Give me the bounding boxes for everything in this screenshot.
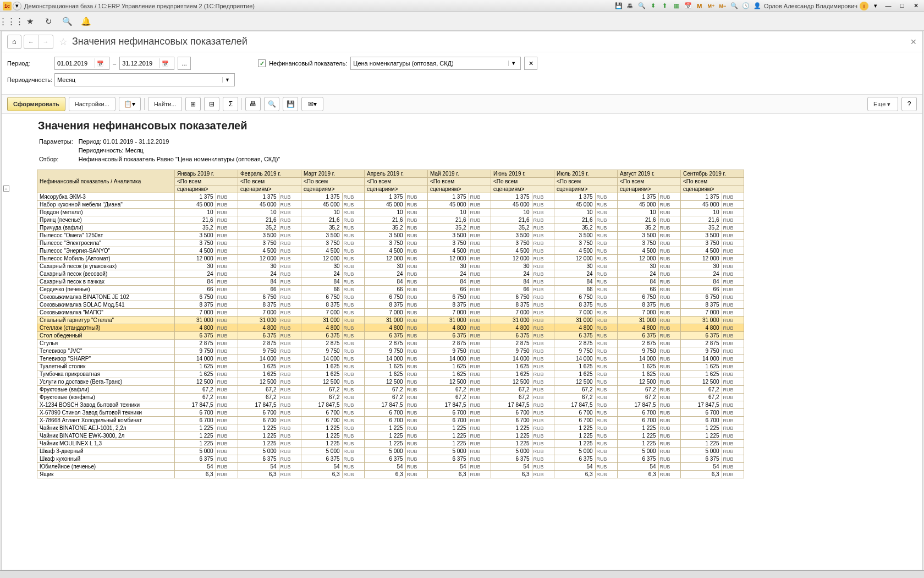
- sum-button[interactable]: Σ: [223, 97, 238, 111]
- collapse-button[interactable]: ⊟: [204, 97, 219, 111]
- row-currency: RUB: [722, 417, 744, 424]
- table-row[interactable]: Тумбочка прикроватная1 625RUB1 625RUB1 6…: [37, 370, 744, 378]
- table-row[interactable]: Шкаф 3-дверный5 000RUB5 000RUB5 000RUB5 …: [37, 448, 744, 455]
- table-row[interactable]: Сахарный песок (в упаковках)30RUB30RUB30…: [37, 263, 744, 270]
- table-row[interactable]: Х-78668 Атлант Холодильный комбинат6 700…: [37, 417, 744, 424]
- M-icon[interactable]: M: [695, 2, 704, 10]
- form-button[interactable]: Сформировать: [7, 97, 65, 111]
- table-row[interactable]: Сахарный песок в пачках84RUB84RUB84RUB84…: [37, 278, 744, 286]
- table-row[interactable]: Соковыжималка "МАПО"7 000RUB7 000RUB7 00…: [37, 309, 744, 317]
- row-currency: RUB: [405, 409, 427, 417]
- Mminus-icon[interactable]: M−: [718, 2, 727, 10]
- close-tab-button[interactable]: ✕: [910, 37, 917, 46]
- table-row[interactable]: Сахарный песок (весовой)24RUB24RUB24RUB2…: [37, 270, 744, 278]
- table-row[interactable]: Х-1234 BOSCH Завод бытовой техники17 847…: [37, 401, 744, 409]
- table-row[interactable]: Мясорубка ЭКМ-31 375RUB1 375RUB1 375RUB1…: [37, 193, 744, 201]
- table-row[interactable]: Чайник BINATONE EWK-3000, 2л1 225RUB1 22…: [37, 432, 744, 440]
- period-picker-button[interactable]: ...: [178, 57, 191, 70]
- table-row[interactable]: Пылесос Мобиль (Автомат)12 000RUB12 000R…: [37, 255, 744, 263]
- table-row[interactable]: Ящик6,3RUB6,3RUB6,3RUB6,3RUB6,3RUB6,3RUB…: [37, 471, 744, 478]
- table-row[interactable]: Пылесос "Энергия-SANYO"4 500RUB4 500RUB4…: [37, 247, 744, 255]
- info-icon[interactable]: i: [860, 2, 868, 10]
- Mplus-icon[interactable]: M+: [707, 2, 716, 10]
- calendar-icon[interactable]: 📅: [160, 58, 169, 68]
- search-icon[interactable]: 🔍: [61, 15, 74, 28]
- save-icon[interactable]: 💾: [614, 2, 623, 10]
- outline-collapse[interactable]: −: [3, 186, 9, 192]
- nonfin-combo[interactable]: Цена номенклатуры (оптовая, СКД) ▼: [350, 57, 521, 70]
- table-row[interactable]: Стеллаж (стандартный)4 800RUB4 800RUB4 8…: [37, 324, 744, 332]
- print-button[interactable]: 🖶: [245, 97, 261, 111]
- expand-button[interactable]: ⊞: [185, 97, 201, 111]
- forward-button[interactable]: →: [38, 35, 53, 48]
- home-button[interactable]: ⌂: [7, 35, 21, 49]
- table-row[interactable]: Спальный гарнитур "Стелла"31 000RUB31 00…: [37, 317, 744, 324]
- help-button[interactable]: ?: [901, 97, 917, 111]
- compare-icon[interactable]: ⬍: [649, 2, 658, 10]
- upload-icon[interactable]: ⬆: [661, 2, 669, 10]
- table-row[interactable]: Сердечко (печенье)66RUB66RUB66RUB66RUB66…: [37, 286, 744, 293]
- table-row[interactable]: Причуда (вафли)35,2RUB35,2RUB35,2RUB35,2…: [37, 224, 744, 232]
- periodicity-combo[interactable]: Месяц ▼: [54, 73, 235, 86]
- table-row[interactable]: Пылесос "Омега" 1250вт3 500RUB3 500RUB3 …: [37, 232, 744, 239]
- bell-icon[interactable]: 🔔: [79, 15, 92, 28]
- history-icon[interactable]: ↻: [42, 15, 55, 28]
- row-currency: RUB: [595, 224, 617, 232]
- zoom-icon[interactable]: 🔍: [730, 2, 739, 10]
- date-to-input[interactable]: 📅: [119, 57, 174, 70]
- settings-button[interactable]: Настройки...: [69, 97, 116, 111]
- preview-icon[interactable]: 🔍: [637, 2, 646, 10]
- table-row[interactable]: Поддон (металл)10RUB10RUB10RUB10RUB10RUB…: [37, 209, 744, 216]
- report-grid[interactable]: Нефинансовый показатель / АналитикаЯнвар…: [37, 170, 744, 478]
- calendar-icon[interactable]: 📅: [95, 58, 105, 68]
- nonfin-clear-button[interactable]: ✕: [524, 57, 537, 70]
- calc-icon[interactable]: ▦: [672, 2, 681, 10]
- chevron-down-icon[interactable]: ▼: [222, 77, 232, 83]
- table-row[interactable]: Телевизор "JVC"9 750RUB9 750RUB9 750RUB9…: [37, 347, 744, 355]
- table-row[interactable]: Чайник MOULINEX L 1,31 225RUB1 225RUB1 2…: [37, 440, 744, 448]
- favorite-star-icon[interactable]: ☆: [59, 36, 68, 48]
- report-area[interactable]: − Значения нефинансовых показателей Пара…: [2, 114, 922, 570]
- find-button[interactable]: Найти...: [148, 97, 183, 111]
- table-row[interactable]: Х-67890 Стинол Завод бытовой техники6 70…: [37, 409, 744, 417]
- date-from-input[interactable]: 📅: [54, 57, 109, 70]
- table-row[interactable]: Чайник BINATONE AEJ-1001, 2,2л1 225RUB1 …: [37, 424, 744, 432]
- table-row[interactable]: Туалетный столик1 625RUB1 625RUB1 625RUB…: [37, 363, 744, 370]
- clock-icon[interactable]: 🕓: [741, 2, 750, 10]
- maximize-button[interactable]: □: [896, 2, 908, 10]
- nonfin-checkbox[interactable]: ✓: [258, 59, 266, 67]
- dropdown-icon[interactable]: ▾: [13, 2, 21, 10]
- table-row[interactable]: Шкаф кухонный6 375RUB6 375RUB6 375RUB6 3…: [37, 455, 744, 463]
- date-to-field[interactable]: [122, 60, 160, 67]
- variants-button[interactable]: 📋▾: [119, 97, 141, 111]
- table-row[interactable]: Соковыжималка BINATONE JE 1026 750RUB6 7…: [37, 293, 744, 301]
- save-report-button[interactable]: 💾: [283, 97, 298, 111]
- apps-icon[interactable]: ⋮⋮⋮: [4, 15, 18, 28]
- table-row[interactable]: Телевизор "SHARP"14 000RUB14 000RUB14 00…: [37, 355, 744, 363]
- minimize-button[interactable]: —: [882, 2, 894, 10]
- table-row[interactable]: Юбилейное (печенье)54RUB54RUB54RUB54RUB5…: [37, 463, 744, 471]
- date-from-field[interactable]: [57, 60, 95, 67]
- info-dd-icon[interactable]: ▾: [871, 2, 880, 10]
- email-button[interactable]: ✉▾: [301, 97, 323, 111]
- calendar-icon[interactable]: 📅: [684, 2, 692, 10]
- print-icon[interactable]: 🖶: [626, 2, 635, 10]
- preview-button[interactable]: 🔍: [264, 97, 279, 111]
- table-row[interactable]: Стулья2 875RUB2 875RUB2 875RUB2 875RUB2 …: [37, 340, 744, 347]
- star-icon[interactable]: ★: [23, 15, 36, 28]
- table-row[interactable]: Фруктовые (вафли)67,2RUB67,2RUB67,2RUB67…: [37, 386, 744, 394]
- row-currency: RUB: [342, 324, 364, 332]
- more-button[interactable]: Еще ▾: [867, 97, 898, 111]
- table-row[interactable]: Услуги по доставке (Вега-Транс)12 500RUB…: [37, 378, 744, 386]
- table-row[interactable]: Набор кухонной мебели "Диана"45 000RUB45…: [37, 201, 744, 209]
- table-row[interactable]: Стол обеденный6 375RUB6 375RUB6 375RUB6 …: [37, 332, 744, 340]
- chevron-down-icon[interactable]: ▼: [508, 61, 518, 66]
- back-button[interactable]: ←: [24, 35, 38, 48]
- table-row[interactable]: Соковыжималка SOLAC Мод.5418 375RUB8 375…: [37, 301, 744, 309]
- close-button[interactable]: ✕: [910, 2, 922, 10]
- row-currency: RUB: [279, 340, 301, 347]
- table-row[interactable]: Пылесос "Электросила"3 750RUB3 750RUB3 7…: [37, 239, 744, 247]
- row-value: 6 375: [554, 455, 596, 463]
- table-row[interactable]: Фруктовые (конфеты)67,2RUB67,2RUB67,2RUB…: [37, 394, 744, 401]
- table-row[interactable]: Принц (печенье)21,6RUB21,6RUB21,6RUB21,6…: [37, 216, 744, 224]
